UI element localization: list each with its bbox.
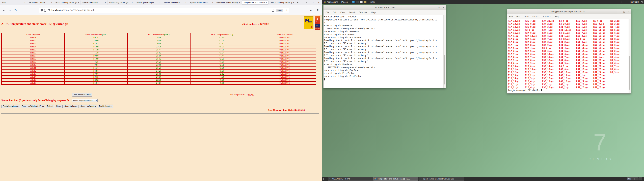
tab-close-icon[interactable]: × (131, 1, 133, 4)
focused-app-label[interactable]: Firefox (369, 1, 375, 3)
terminal1-maximize-button[interactable]: □ (438, 6, 440, 9)
browser-tab[interactable]: Statistics @ carme-gsi× (107, 0, 134, 4)
permissions-icon[interactable] (48, 10, 50, 12)
terminal-line: lf": no such file or directory" (324, 48, 444, 51)
tab-close-icon[interactable]: × (238, 1, 240, 4)
terminal2-close-button[interactable]: × (628, 10, 629, 13)
workspace-cell[interactable] (627, 178, 631, 180)
terminal-menu-item[interactable]: Search (348, 11, 355, 14)
action-button[interactable]: Send Log Window to ELog (21, 104, 45, 108)
workspace-cell[interactable] (635, 178, 638, 180)
power-icon[interactable] (641, 1, 643, 3)
text-editor-launcher-icon[interactable] (360, 1, 362, 3)
browser-tab[interactable]: Spectrum Browser× (80, 0, 107, 4)
tracking-shield-icon[interactable] (40, 9, 43, 12)
terminal-cursor (324, 78, 325, 80)
terminal-menu-item[interactable]: View (340, 11, 345, 14)
terminal-menu-item[interactable]: Search (532, 15, 539, 18)
app-menu-button[interactable]: ≡ (317, 8, 318, 12)
taskbar-window-button[interactable]: Temperature and status scan @ car... (373, 177, 418, 181)
tab-close-icon[interactable]: × (158, 1, 160, 4)
cell-system: aida14 (2, 76, 64, 78)
taskbar-window-button[interactable]: npg@carme-gsi:/TapeData/G22-201 (419, 177, 464, 181)
terminal-menu-item[interactable]: File (326, 11, 329, 14)
zoom-level-badge[interactable]: 90% (276, 9, 283, 12)
forward-button[interactable]: → (8, 8, 11, 12)
cell-asic-temp: 42.25 (190, 39, 253, 42)
terminal2-minimize-button[interactable]: – (619, 10, 620, 13)
bookmark-star-icon[interactable]: ☆ (285, 9, 288, 12)
browser-tab[interactable]: AIDA× (0, 0, 27, 4)
browser-tab[interactable]: Control @ carme-gsi× (134, 0, 161, 4)
terminal-menu-item[interactable]: File (509, 15, 513, 18)
terminal-menu-item[interactable]: Help (371, 11, 376, 14)
terminal2-scroll-thumb[interactable] (629, 56, 630, 90)
function-select[interactable]: Select required function ▾ (72, 99, 98, 102)
panel-clock[interactable]: Tue 06:23 (629, 1, 639, 3)
table-row: aida1453.7526.0644.060x3350706 (2, 76, 316, 78)
tab-close-icon[interactable]: × (265, 1, 267, 4)
reload-button[interactable]: ↻ (14, 8, 17, 12)
tab-close-icon[interactable]: × (51, 1, 53, 4)
terminal-launcher-icon[interactable] (356, 1, 359, 3)
panel-status-area: Tue 06:23 (621, 1, 644, 3)
show-desktop-icon[interactable] (323, 178, 326, 180)
terminal2-titlebar[interactable]: npg@carme-gsi:/TapeData/G22-201 – □ × (507, 9, 631, 14)
browser-tab[interactable]: Temperature and status scan @ carme-gsi× (242, 0, 268, 4)
cell-firmware: 0x3350706 (253, 66, 316, 70)
action-button[interactable]: Show Log Window (79, 104, 97, 108)
tab-close-icon[interactable]: × (185, 1, 187, 4)
tab-close-icon[interactable]: × (292, 1, 294, 4)
new-tab-button[interactable]: + (296, 1, 300, 4)
browser-tab[interactable]: LED and Waveform× (161, 0, 188, 4)
terminal-menu-item[interactable]: Edit (516, 15, 520, 18)
taskbar-window-button[interactable]: AIDA MIDAS HTTPd (328, 177, 373, 181)
plot-temperature-button[interactable]: Plot Temperature file (72, 93, 92, 96)
terminal1-scroll-thumb[interactable] (444, 55, 445, 84)
browser-tab[interactable]: Experiment Control× (27, 0, 54, 4)
terminal-menu-item[interactable]: View (524, 15, 528, 18)
terminal1-minimize-button[interactable]: – (434, 6, 435, 9)
window-maximize-button[interactable]: □ (312, 1, 314, 4)
network-icon[interactable] (625, 1, 627, 3)
tscan-page: AIDA: Temperature and status scan(1.12) … (0, 16, 322, 181)
window-minimize-button[interactable]: – (306, 1, 307, 4)
applications-menu[interactable]: Applications (322, 1, 340, 3)
terminal1-titlebar[interactable]: AIDA MIDAS HTTPd – □ × (324, 5, 446, 10)
terminal-menu-item[interactable]: Edit (333, 11, 336, 14)
browser-tab[interactable]: System wide Checks× (188, 0, 215, 4)
terminal-menu-item[interactable]: Terminal (543, 15, 551, 18)
action-button[interactable]: Empty Log Window (1, 104, 20, 108)
tab-close-icon[interactable]: × (212, 1, 214, 4)
places-menu[interactable]: Places (340, 1, 349, 3)
page-info-icon[interactable] (44, 9, 46, 12)
browser-tab[interactable]: Run Control @ carme-gsi× (54, 0, 80, 4)
terminal1-scrollbar[interactable] (444, 15, 446, 88)
cell-psu-temp: 25.62 (128, 51, 190, 54)
action-button[interactable]: Reset (55, 104, 62, 108)
action-button[interactable]: Reload (46, 104, 54, 108)
reader-mode-icon[interactable] (272, 9, 274, 12)
browser-tab[interactable]: ASIC Control @ carme-gsi× (269, 0, 296, 4)
terminal1-close-button[interactable]: × (442, 6, 444, 9)
tab-close-icon[interactable]: × (24, 1, 26, 4)
terminal2-maximize-button[interactable]: □ (624, 10, 625, 13)
volume-icon[interactable] (621, 1, 623, 3)
tab-close-icon[interactable]: × (78, 1, 80, 4)
browser-tab[interactable]: GSI White Rabbit Timing× (215, 0, 242, 4)
files-launcher-icon[interactable] (364, 1, 366, 3)
terminal2-scrollbar[interactable] (628, 19, 631, 93)
action-button[interactable]: Show Variables (63, 104, 79, 108)
firefox-launcher-icon[interactable] (352, 1, 355, 3)
action-button[interactable]: Enable Logging (98, 104, 113, 108)
terminal-menu-item[interactable]: Terminal (359, 11, 368, 14)
terminal-icon (420, 178, 422, 180)
terminal-menu-item[interactable]: Help (555, 15, 559, 18)
back-button[interactable]: ← (3, 8, 6, 12)
workspace-cell[interactable] (631, 178, 634, 180)
tab-close-icon[interactable]: × (104, 1, 106, 4)
window-close-button[interactable]: × (318, 1, 319, 4)
workspace-cell[interactable] (639, 178, 642, 180)
toolbar-overflow-button[interactable]: » (310, 8, 312, 12)
address-bar[interactable]: localhost :8015/AIDA/TSCAN/TSCAN.tml 90%… (39, 8, 289, 13)
